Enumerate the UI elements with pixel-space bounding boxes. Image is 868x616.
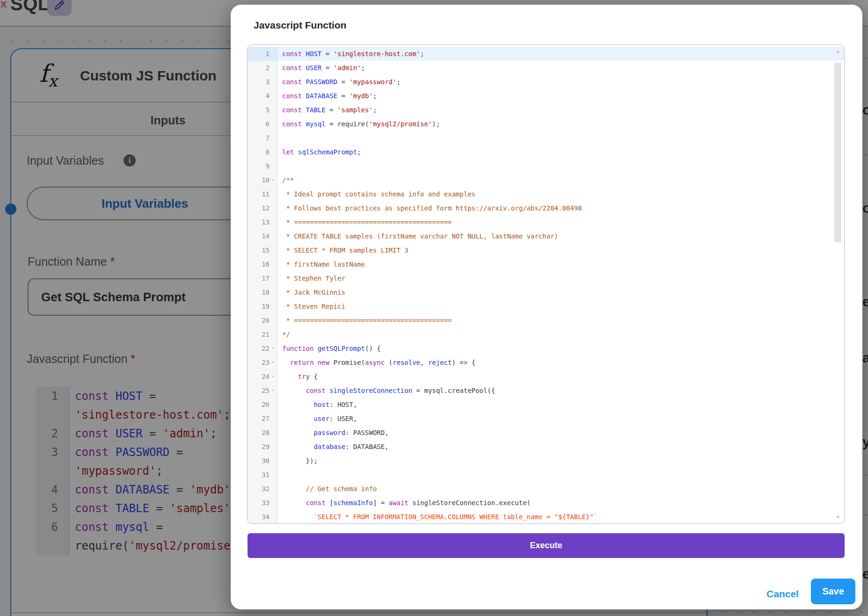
line-number[interactable]: 12 bbox=[248, 201, 277, 215]
code-line: 31 bbox=[248, 468, 844, 482]
code-line: 8let sqlSchemaPrompt; bbox=[248, 145, 844, 159]
code-line: 10⌄/** bbox=[248, 173, 844, 187]
line-number[interactable]: 29 bbox=[248, 440, 277, 454]
line-number[interactable]: 30 bbox=[248, 454, 277, 468]
code-text: * Follows best practices as specified fo… bbox=[277, 201, 582, 215]
line-number[interactable]: 2 bbox=[248, 61, 277, 75]
line-number[interactable]: 28 bbox=[248, 426, 277, 440]
code-text: * ======================================… bbox=[277, 313, 452, 327]
code-text: // Get schema info bbox=[277, 482, 377, 496]
code-text: * Stephen Tyler bbox=[277, 271, 345, 285]
line-number[interactable]: 27 bbox=[248, 412, 277, 426]
code-line: 2const USER = 'admin'; bbox=[248, 61, 844, 75]
line-number[interactable]: 3 bbox=[248, 75, 277, 89]
page: x SQL fx Custom JS Function Inputs Input… bbox=[0, 0, 868, 616]
code-line: 22⌄function getSQLPrompt() { bbox=[248, 341, 844, 355]
code-text: }); bbox=[277, 454, 318, 468]
line-number[interactable]: 11 bbox=[248, 187, 277, 201]
code-text: `SELECT * FROM INFORMATION_SCHEMA.COLUMN… bbox=[277, 510, 598, 524]
line-number[interactable]: 16 bbox=[248, 257, 277, 271]
code-line: 33 const [schemaInfo] = await singleStor… bbox=[248, 496, 844, 510]
code-text: * Steven Repici bbox=[277, 299, 345, 313]
line-number[interactable]: 4 bbox=[248, 89, 277, 103]
code-line: 1const HOST = 'singlestore-host.com'; bbox=[248, 47, 844, 61]
code-line: 4const DATABASE = 'mydb'; bbox=[248, 89, 844, 103]
code-line: 17 * Stephen Tyler bbox=[248, 271, 844, 285]
scrollbar-thumb[interactable] bbox=[834, 63, 841, 242]
code-line: 26 host: HOST, bbox=[248, 398, 844, 412]
scroll-down-icon[interactable]: ▼ bbox=[834, 515, 842, 520]
execute-button[interactable]: Execute bbox=[248, 533, 845, 558]
line-number[interactable]: 21 bbox=[248, 327, 277, 341]
code-text: * ======================================… bbox=[277, 215, 452, 229]
save-button[interactable]: Save bbox=[811, 579, 855, 604]
code-text: password: PASSWORD, bbox=[277, 426, 389, 440]
code-line: 14 * CREATE TABLE samples (firstName var… bbox=[248, 229, 844, 243]
scroll-up-icon[interactable]: ▲ bbox=[834, 49, 842, 54]
fold-chevron-icon[interactable]: ⌄ bbox=[271, 345, 274, 349]
javascript-function-modal: Javascript Function 1const HOST = 'singl… bbox=[231, 5, 862, 609]
line-number[interactable]: 7 bbox=[248, 131, 277, 145]
code-text: const USER = 'admin'; bbox=[277, 61, 365, 75]
fold-chevron-icon[interactable]: ⌄ bbox=[271, 176, 274, 181]
code-line: 6const mysql = require('mysql2/promise')… bbox=[248, 117, 844, 131]
code-text: try { bbox=[277, 370, 318, 384]
code-editor[interactable]: 1const HOST = 'singlestore-host.com';2co… bbox=[247, 44, 845, 524]
code-line: 15 * SELECT * FROM samples LIMIT 3 bbox=[248, 243, 844, 257]
line-number[interactable]: 9 bbox=[248, 159, 277, 173]
line-number[interactable]: 20 bbox=[248, 313, 277, 327]
code-text: /** bbox=[277, 173, 294, 187]
code-text bbox=[277, 468, 282, 482]
code-text bbox=[277, 159, 282, 173]
line-number[interactable]: 14 bbox=[248, 229, 277, 243]
code-text: const PASSWORD = 'mypassword'; bbox=[277, 75, 401, 89]
editor-scrollbar[interactable]: ▲ ▼ bbox=[834, 46, 842, 522]
code-line: 21*/ bbox=[248, 327, 844, 341]
modal-title: Javascript Function bbox=[254, 20, 346, 31]
code-text: const TABLE = 'samples'; bbox=[277, 103, 377, 117]
line-number[interactable]: 5 bbox=[248, 103, 277, 117]
line-number[interactable]: 15 bbox=[248, 243, 277, 257]
line-number[interactable]: 13 bbox=[248, 215, 277, 229]
line-number[interactable]: 6 bbox=[248, 117, 277, 131]
code-text: const mysql = require('mysql2/promise'); bbox=[277, 117, 440, 131]
code-text: const HOST = 'singlestore-host.com'; bbox=[277, 47, 424, 61]
code-line: 29 database: DATABASE, bbox=[248, 440, 844, 454]
line-number[interactable]: 33 bbox=[248, 496, 277, 510]
code-line: 32 // Get schema info bbox=[248, 482, 844, 496]
fold-chevron-icon[interactable]: ⌄ bbox=[271, 359, 274, 363]
code-line: 23⌄ return new Promise(async (resolve, r… bbox=[248, 355, 844, 370]
line-number[interactable]: 17 bbox=[248, 271, 277, 285]
code-text: let sqlSchemaPrompt; bbox=[277, 145, 361, 159]
code-text: user: USER, bbox=[277, 412, 357, 426]
code-text: database: DATABASE, bbox=[277, 440, 389, 454]
code-line: 20 * ===================================… bbox=[248, 313, 844, 327]
code-line: 30 }); bbox=[248, 454, 844, 468]
code-line: 24⌄ try { bbox=[248, 370, 844, 384]
code-text: const DATABASE = 'mydb'; bbox=[277, 89, 377, 103]
line-number[interactable]: 34 bbox=[248, 510, 277, 524]
fold-chevron-icon[interactable]: ⌄ bbox=[271, 373, 274, 377]
line-number[interactable]: 31 bbox=[248, 468, 277, 482]
code-line: 3const PASSWORD = 'mypassword'; bbox=[248, 75, 844, 89]
code-text: * Ideal prompt contains schema info and … bbox=[277, 187, 475, 201]
code-line: 18 * Jack McGinnis bbox=[248, 285, 844, 299]
line-number[interactable]: 32 bbox=[248, 482, 277, 496]
line-number[interactable]: 18 bbox=[248, 285, 277, 299]
fold-chevron-icon[interactable]: ⌄ bbox=[271, 387, 274, 391]
code-text: * firstName lastName bbox=[277, 257, 365, 271]
cancel-button[interactable]: Cancel bbox=[753, 585, 812, 603]
code-line: 5const TABLE = 'samples'; bbox=[248, 103, 844, 117]
line-number[interactable]: 26 bbox=[248, 398, 277, 412]
line-number[interactable]: 19 bbox=[248, 299, 277, 313]
code-text: const singleStoreConnection = mysql.crea… bbox=[277, 384, 495, 398]
code-text: * SELECT * FROM samples LIMIT 3 bbox=[277, 243, 408, 257]
line-number[interactable]: 1 bbox=[248, 47, 277, 61]
code-line: 34 `SELECT * FROM INFORMATION_SCHEMA.COL… bbox=[248, 510, 844, 524]
code-text: * CREATE TABLE samples (firstName varcha… bbox=[277, 229, 558, 243]
code-line: 11 * Ideal prompt contains schema info a… bbox=[248, 187, 844, 201]
code-text bbox=[277, 131, 282, 145]
line-number[interactable]: 8 bbox=[248, 145, 277, 159]
code-line: 9 bbox=[248, 159, 844, 173]
code-line: 13 * ===================================… bbox=[248, 215, 844, 229]
